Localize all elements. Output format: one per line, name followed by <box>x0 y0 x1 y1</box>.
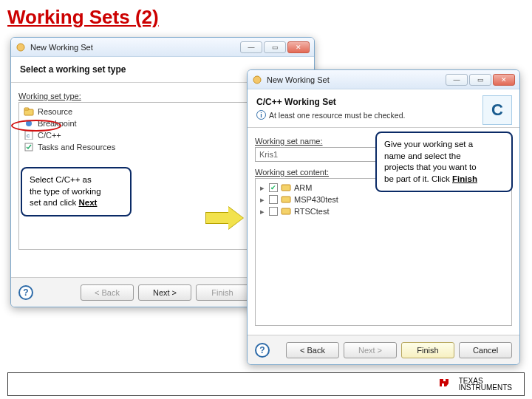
svg-rect-10 <box>282 208 290 214</box>
c-language-icon: C <box>482 95 512 125</box>
checkbox[interactable] <box>269 207 278 216</box>
next-button[interactable]: Next > <box>138 284 191 301</box>
content-tree[interactable]: ▸ ✔ ARM ▸ MSP430test ▸ RTSCtest <box>255 178 512 326</box>
arrow-right-icon <box>205 207 244 229</box>
back-button[interactable]: < Back <box>286 342 339 358</box>
maximize-button[interactable]: ▭ <box>264 41 286 53</box>
svg-rect-2 <box>24 108 29 110</box>
project-icon <box>281 194 291 205</box>
titlebar[interactable]: New Working Set — ▭ ✕ <box>11 38 314 57</box>
expand-icon[interactable]: ▸ <box>259 184 266 191</box>
tree-item-rtsc[interactable]: ▸ RTSCtest <box>257 205 510 217</box>
list-item-label: C/C++ <box>38 131 61 140</box>
maximize-button[interactable]: ▭ <box>469 74 491 86</box>
wizard-header-title: C/C++ Working Set <box>256 97 511 107</box>
window-title: New Working Set <box>30 43 93 52</box>
cancel-button[interactable]: Cancel <box>459 342 512 358</box>
help-button[interactable]: ? <box>255 343 270 358</box>
callout-keyword: Finish <box>452 174 477 183</box>
minimize-button[interactable]: — <box>240 41 262 53</box>
list-item-label: Tasks and Resources <box>38 143 115 151</box>
wizard-header-sub: i At least one resource must be checked. <box>256 110 511 120</box>
slide-title: Working Sets (2) <box>0 0 532 32</box>
tree-item-label: RTSCtest <box>294 207 329 216</box>
wizard-header: C/C++ Working Set i At least one resourc… <box>248 89 519 128</box>
help-button[interactable]: ? <box>18 285 33 300</box>
wizard-header-sub-text: At least one resource must be checked. <box>269 111 405 120</box>
folder-icon <box>24 107 34 116</box>
close-button[interactable]: ✕ <box>287 41 310 53</box>
slide-footer: TEXAS INSTRUMENTS <box>7 372 525 396</box>
window-buttons: — ▭ ✕ <box>446 74 515 86</box>
callout-line: Select C/C++ as <box>30 175 92 184</box>
svg-point-7 <box>253 76 261 83</box>
app-icon <box>252 75 262 85</box>
ti-logo: TEXAS INSTRUMENTS <box>438 376 512 393</box>
back-button[interactable]: < Back <box>81 284 134 301</box>
finish-button[interactable]: Finish <box>401 342 454 358</box>
callout-line: Give your working set a <box>384 140 473 149</box>
titlebar[interactable]: New Working Set — ▭ ✕ <box>248 70 519 89</box>
callout-name-set: Give your working set a name and select … <box>375 132 513 192</box>
svg-text:c: c <box>27 132 30 139</box>
tree-item-label: ARM <box>294 183 312 192</box>
button-bar: ? < Back Next > Finish Cancel <box>248 335 519 364</box>
expand-icon[interactable]: ▸ <box>259 196 266 203</box>
callout-line: be part of it. Click <box>384 174 452 183</box>
svg-rect-9 <box>282 197 290 202</box>
tree-item-msp430[interactable]: ▸ MSP430test <box>257 194 510 205</box>
callout-line: projects that you want to <box>384 163 477 171</box>
next-button[interactable]: Next > <box>344 342 397 358</box>
svg-rect-8 <box>282 185 290 191</box>
callout-line: name and select the <box>384 151 461 160</box>
project-icon <box>281 206 291 216</box>
app-icon <box>16 42 26 52</box>
finish-button[interactable]: Finish <box>196 284 249 301</box>
callout-line: the type of working <box>30 187 101 196</box>
svg-point-0 <box>17 44 24 51</box>
info-icon: i <box>256 110 266 120</box>
list-item-label: Resource <box>38 107 72 116</box>
close-button[interactable]: ✕ <box>493 74 515 86</box>
callout-keyword: Next <box>78 198 97 207</box>
ti-brand-line2: INSTRUMENTS <box>459 384 512 392</box>
highlight-oval <box>11 120 61 132</box>
expand-icon[interactable]: ▸ <box>259 208 266 215</box>
callout-line: set and click <box>30 198 78 207</box>
minimize-button[interactable]: — <box>446 74 468 86</box>
tree-item-label: MSP430test <box>294 195 338 204</box>
window-new-working-set-2: New Working Set — ▭ ✕ C/C++ Working Set … <box>247 69 520 365</box>
project-icon <box>281 183 291 193</box>
checkbox[interactable] <box>269 195 278 204</box>
window-title: New Working Set <box>267 75 330 84</box>
tasks-icon <box>24 143 34 151</box>
checkbox[interactable]: ✔ <box>269 183 278 192</box>
ti-chip-icon <box>438 376 454 393</box>
callout-select-type: Select C/C++ as the type of working set … <box>21 167 132 216</box>
window-buttons: — ▭ ✕ <box>240 41 310 53</box>
c-file-icon: c <box>24 131 34 140</box>
